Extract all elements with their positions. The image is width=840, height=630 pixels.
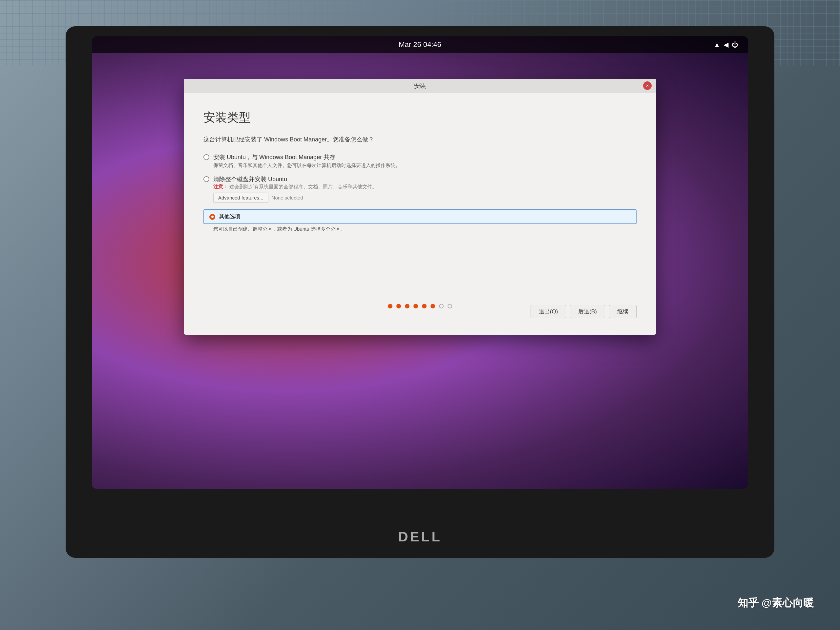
- option2-text: 清除整个磁盘并安装 Ubuntu: [213, 175, 287, 183]
- dialog-content: 安装类型 这台计算机已经安装了 Windows Boot Manager。您准备…: [184, 93, 656, 252]
- warning-text: 这会删除所有系统里面的全部程序、文档、照片、音乐和其他文件。: [229, 184, 377, 189]
- option2-label[interactable]: 清除整个磁盘并安装 Ubuntu: [204, 175, 636, 183]
- option1-radio[interactable]: [204, 154, 209, 160]
- dot-3: [405, 304, 409, 308]
- dialog-question: 这台计算机已经安装了 Windows Boot Manager。您准备怎么做？: [204, 136, 636, 144]
- dialog-footer: 退出(Q) 后退(B) 继续: [511, 298, 656, 325]
- option1-text: 安装 Ubuntu，与 Windows Boot Manager 共存: [213, 153, 335, 161]
- advanced-features-value: None selected: [272, 195, 303, 201]
- topbar-indicators: ▲ ◀ ⏻: [714, 41, 738, 49]
- laptop-body: Mar 26 04:46 ▲ ◀ ⏻ 安装 ×: [66, 26, 774, 558]
- power-icon: ⏻: [732, 41, 738, 49]
- dot-5: [422, 304, 426, 308]
- install-option-1: 安装 Ubuntu，与 Windows Boot Manager 共存 保留文档…: [204, 153, 636, 169]
- advanced-features-row: Advanced features... None selected: [213, 193, 636, 203]
- dialog-heading: 安装类型: [204, 110, 636, 126]
- option3-text: 其他选项: [219, 213, 240, 220]
- install-dialog: 安装 × 安装类型 这台计算机已经安装了 Windows Boot Manage…: [184, 79, 656, 335]
- laptop-screen: Mar 26 04:46 ▲ ◀ ⏻ 安装 ×: [92, 36, 748, 489]
- option3-selected-box[interactable]: 其他选项: [204, 209, 636, 224]
- ubuntu-topbar: Mar 26 04:46 ▲ ◀ ⏻: [92, 36, 748, 53]
- option1-label[interactable]: 安装 Ubuntu，与 Windows Boot Manager 共存: [204, 153, 636, 161]
- install-option-3: 其他选项 您可以自己创建、调整分区，或者为 Ubuntu 选择多个分区。: [204, 209, 636, 232]
- warning-prefix: 注意：: [213, 184, 228, 189]
- advanced-features-button[interactable]: Advanced features...: [213, 193, 268, 203]
- option1-sublabel: 保留文档、音乐和其他个人文件。您可以在每次计算机启动时选择要进入的操作系统。: [213, 163, 636, 169]
- dot-1: [388, 304, 392, 308]
- system-time: Mar 26 04:46: [399, 40, 441, 49]
- option3-sublabel: 您可以自己创建、调整分区，或者为 Ubuntu 选择多个分区。: [213, 226, 636, 232]
- dot-4: [414, 304, 418, 308]
- option2-radio[interactable]: [204, 176, 209, 182]
- sound-icon: ◀: [723, 41, 728, 49]
- dot-6: [431, 304, 435, 308]
- option2-warning: 注意： 这会删除所有系统里面的全部程序、文档、照片、音乐和其他文件。: [213, 184, 636, 190]
- ubuntu-desktop: Mar 26 04:46 ▲ ◀ ⏻ 安装 ×: [92, 36, 748, 489]
- back-button[interactable]: 后退(B): [570, 305, 605, 318]
- install-option-2: 清除整个磁盘并安装 Ubuntu 注意： 这会删除所有系统里面的全部程序、文档、…: [204, 175, 636, 203]
- wifi-icon: ▲: [714, 41, 720, 49]
- continue-button[interactable]: 继续: [609, 305, 636, 318]
- dell-logo: DELL: [398, 529, 442, 545]
- dot-7: [439, 304, 444, 308]
- dialog-close-button[interactable]: ×: [643, 81, 652, 90]
- option3-radio[interactable]: [209, 214, 215, 220]
- quit-button[interactable]: 退出(Q): [531, 305, 566, 318]
- pagination-dots: [388, 304, 452, 308]
- watermark-text: 知乎 @素心向暖: [737, 596, 814, 610]
- dot-2: [396, 304, 401, 308]
- dialog-titlebar: 安装 ×: [184, 79, 656, 93]
- dot-8: [448, 304, 452, 308]
- dialog-title: 安装: [414, 82, 426, 90]
